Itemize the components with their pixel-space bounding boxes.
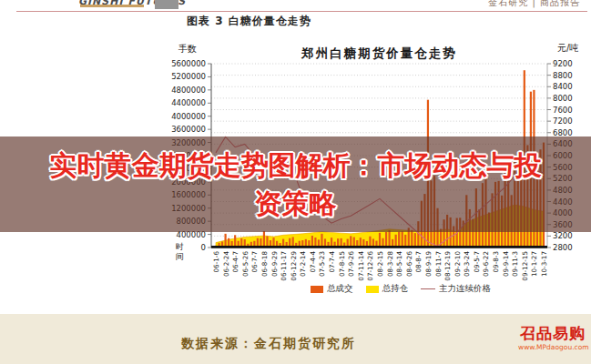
svg-text:06-11-17: 06-11-17 (280, 251, 288, 281)
open-interest-swatch-icon (366, 286, 379, 293)
svg-text:09-9-14: 09-9-14 (502, 251, 510, 277)
svg-text:09-5-7: 09-5-7 (473, 251, 481, 272)
svg-text:06-2-24: 06-2-24 (222, 251, 230, 277)
svg-text:09-8-3: 09-8-3 (492, 251, 500, 272)
svg-text:4000000: 4000000 (171, 112, 206, 121)
svg-text:06-4-7: 06-4-7 (231, 251, 239, 272)
svg-text:08-9-19: 08-9-19 (424, 251, 433, 277)
legend-label-price: 主力连续价格 (439, 283, 491, 295)
svg-text:06-7-7: 06-7-7 (250, 251, 259, 272)
overlay-title: 实时黄金期货走势图解析：市场动态与投资策略 (40, 147, 552, 223)
svg-text:0: 0 (201, 243, 206, 252)
svg-text:09-6-22: 09-6-22 (482, 251, 490, 277)
svg-text:10-3-17: 10-3-17 (540, 251, 548, 277)
legend-item-open-interest: 总持仓 (366, 283, 409, 295)
svg-text:09-3-24: 09-3-24 (463, 251, 471, 277)
svg-text:08-2-15: 08-2-15 (376, 251, 384, 277)
svg-text:7200: 7200 (553, 116, 573, 126)
svg-text:06-9-29: 06-9-29 (270, 251, 279, 277)
svg-text:07-2-14: 07-2-14 (299, 251, 307, 277)
site-logo[interactable]: 召品易购 (520, 323, 586, 344)
svg-text:5200000: 5200000 (171, 72, 206, 81)
svg-text:08-11-7: 08-11-7 (434, 251, 443, 277)
price-line-swatch-icon (421, 288, 435, 289)
svg-text:06-12-29: 06-12-29 (290, 251, 298, 281)
legend-label-open-interest: 总持仓 (382, 283, 409, 295)
svg-text:08-3-28: 08-3-28 (386, 251, 394, 277)
svg-text:06-8-18: 06-8-18 (260, 251, 269, 277)
svg-text:07-12-26: 07-12-26 (366, 251, 374, 281)
svg-text:08-6-26: 08-6-26 (405, 251, 413, 277)
svg-text:06-1-6: 06-1-6 (212, 251, 220, 273)
svg-text:09-11-3: 09-11-3 (511, 251, 519, 277)
chart-legend: 总成交 总持仓 主力连续价格 (232, 283, 569, 295)
legend-label-volume: 总成交 (327, 283, 353, 295)
svg-text:5600000: 5600000 (171, 59, 206, 68)
svg-text:8000: 8000 (553, 94, 573, 103)
svg-text:08-8-7: 08-8-7 (414, 251, 423, 272)
svg-text:8400: 8400 (553, 82, 573, 91)
svg-text:07-4-4: 07-4-4 (309, 251, 317, 273)
svg-text:4800000: 4800000 (171, 86, 206, 95)
svg-text:3200: 3200 (553, 231, 573, 240)
svg-text:08-5-14: 08-5-14 (395, 251, 403, 277)
svg-text:8800: 8800 (553, 71, 573, 80)
svg-text:07-8-15: 07-8-15 (338, 251, 346, 277)
svg-text:3600000: 3600000 (171, 125, 206, 134)
site-url[interactable]: www.MPdaogou.com (518, 343, 589, 351)
data-source-text: 数据来源：金石期货研究所 (87, 336, 451, 352)
svg-text:07-9-26: 07-9-26 (347, 251, 355, 277)
overlay-banner: 实时黄金期货走势图解析：市场动态与投资策略 (0, 136, 591, 232)
svg-text:07-5-23: 07-5-23 (318, 251, 326, 277)
svg-text:07-11-14: 07-11-14 (357, 251, 365, 281)
svg-text:9200: 9200 (553, 59, 573, 68)
svg-text:09-2-10: 09-2-10 (453, 251, 462, 277)
svg-text:08-12-19: 08-12-19 (443, 251, 452, 281)
legend-item-price: 主力连续价格 (421, 283, 491, 295)
svg-text:2800: 2800 (553, 243, 573, 252)
svg-text:7600: 7600 (553, 106, 573, 115)
volume-swatch-icon (311, 286, 323, 293)
svg-text:07-7-4: 07-7-4 (328, 251, 336, 273)
x-axis-date-labels: 06-1-606-2-2406-4-706-5-2606-7-706-8-180… (212, 251, 548, 281)
svg-text:10-1-27: 10-1-27 (530, 251, 538, 277)
svg-text:4400000: 4400000 (171, 98, 206, 107)
legend-item-volume: 总成交 (311, 283, 353, 295)
svg-text:09-12-15: 09-12-15 (521, 251, 529, 281)
svg-text:06-5-26: 06-5-26 (241, 251, 250, 277)
